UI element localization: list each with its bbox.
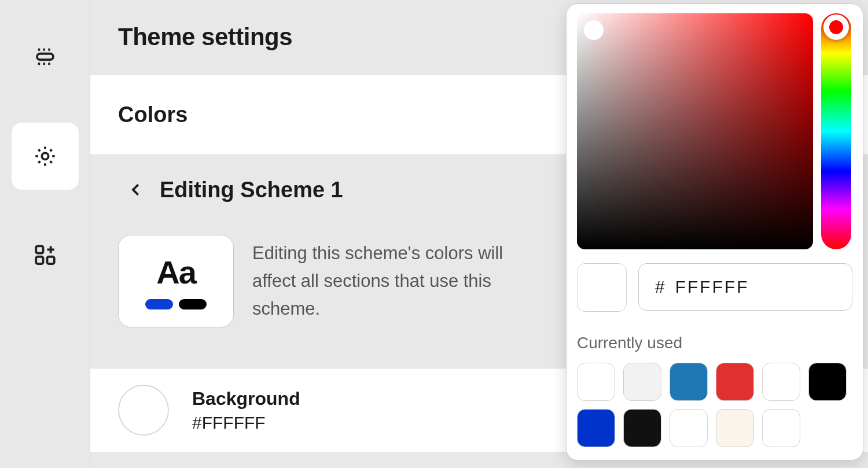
background-label: Background <box>192 388 300 410</box>
used-color-swatch[interactable] <box>716 363 754 401</box>
sections-icon <box>33 45 57 69</box>
used-color-swatch[interactable] <box>716 409 754 447</box>
hex-hash-label: # <box>655 277 665 297</box>
svg-rect-4 <box>36 246 43 253</box>
page-title: Theme settings <box>118 23 292 51</box>
used-color-swatch[interactable] <box>670 363 708 401</box>
hex-value: FFFFFF <box>675 277 749 297</box>
apps-nav-button[interactable] <box>12 222 79 289</box>
scheme-sample-text: Aa <box>156 253 196 291</box>
sections-nav-button[interactable] <box>12 23 79 90</box>
used-color-swatch[interactable] <box>762 409 800 447</box>
colors-section-title: Colors <box>118 102 187 127</box>
used-color-swatch[interactable] <box>623 409 661 447</box>
used-color-swatch[interactable] <box>623 363 661 401</box>
currently-used-grid <box>577 363 852 447</box>
used-color-swatch[interactable] <box>577 363 615 401</box>
accent-pill <box>179 299 207 309</box>
accent-pill <box>145 299 173 309</box>
back-button[interactable] <box>127 181 145 198</box>
used-color-swatch[interactable] <box>762 363 800 401</box>
svg-point-1 <box>42 153 48 159</box>
background-value: #FFFFFF <box>192 413 300 433</box>
svg-rect-2 <box>36 257 43 264</box>
theme-settings-nav-button[interactable] <box>12 123 79 190</box>
hex-input[interactable]: # FFFFFF <box>638 263 852 311</box>
color-picker-popover: # FFFFFF Currently used <box>566 3 863 460</box>
used-color-swatch[interactable] <box>670 409 708 447</box>
svg-rect-3 <box>47 257 54 264</box>
scheme-accent-pills <box>145 299 207 309</box>
current-color-swatch[interactable] <box>577 263 627 312</box>
saturation-value-field[interactable] <box>577 13 813 249</box>
used-color-swatch[interactable] <box>808 363 847 401</box>
svg-rect-0 <box>37 54 53 60</box>
left-icon-rail <box>0 0 90 468</box>
gear-icon <box>33 144 57 168</box>
breadcrumb-title: Editing Scheme 1 <box>160 178 343 202</box>
hue-slider-handle[interactable] <box>823 14 849 40</box>
scheme-description: Editing this scheme's colors will affect… <box>252 239 542 323</box>
used-color-swatch[interactable] <box>577 409 615 447</box>
currently-used-label: Currently used <box>577 334 852 352</box>
scheme-preview-card: Aa <box>118 235 234 327</box>
hue-slider[interactable] <box>821 13 851 249</box>
app-blocks-icon <box>33 244 57 268</box>
background-swatch[interactable] <box>118 385 169 436</box>
